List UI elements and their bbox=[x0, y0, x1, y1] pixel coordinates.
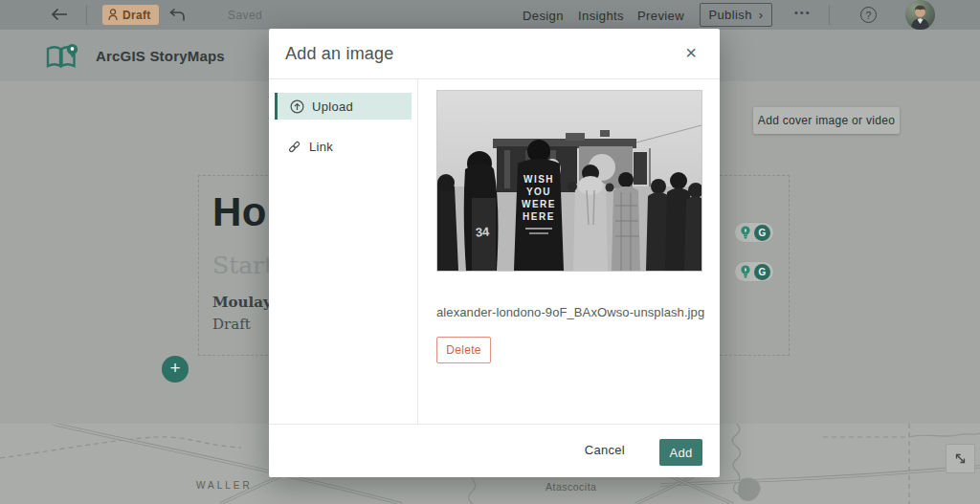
toolbar-divider bbox=[86, 5, 87, 25]
jersey-number: 34 bbox=[475, 224, 490, 239]
lightbulb-icon bbox=[739, 225, 752, 240]
add-image-dialog: Add an image × Upload Li bbox=[269, 29, 720, 477]
expand-arrows-icon bbox=[952, 450, 969, 467]
concert-photo: 34 WISH YOU WERE HERE bbox=[437, 91, 702, 271]
draft-badge-label: Draft bbox=[122, 9, 151, 22]
grammarly-widget[interactable]: G bbox=[734, 261, 774, 282]
tab-upload-label: Upload bbox=[312, 99, 353, 114]
grammarly-widget[interactable]: G bbox=[734, 222, 774, 243]
question-icon: ? bbox=[866, 10, 872, 21]
delete-button[interactable]: Delete bbox=[436, 337, 491, 363]
uploaded-image-preview: 34 WISH YOU WERE HERE bbox=[436, 90, 702, 272]
undo-icon bbox=[168, 8, 186, 22]
link-icon bbox=[287, 140, 301, 154]
map-label-waller: WALLER bbox=[196, 480, 253, 491]
grammarly-g-icon: G bbox=[754, 264, 770, 280]
cancel-button[interactable]: Cancel bbox=[585, 443, 625, 457]
publish-label: Publish bbox=[708, 8, 751, 22]
redo-icon bbox=[195, 8, 212, 22]
close-icon: × bbox=[685, 42, 697, 63]
back-button[interactable] bbox=[50, 7, 73, 23]
shirt-line-1: WISH bbox=[523, 174, 554, 185]
dialog-footer: Cancel Add bbox=[269, 424, 720, 477]
add-button[interactable]: Add bbox=[659, 439, 702, 466]
more-menu-button[interactable]: ••• bbox=[794, 7, 812, 18]
storymaps-logo-icon[interactable] bbox=[45, 43, 83, 70]
draft-status-badge: Draft bbox=[102, 5, 159, 25]
add-block-button[interactable]: + bbox=[162, 356, 189, 383]
nav-insights[interactable]: Insights bbox=[578, 9, 624, 23]
brand-name: ArcGIS StoryMaps bbox=[96, 48, 225, 64]
tab-link[interactable]: Link bbox=[269, 133, 417, 160]
nav-preview[interactable]: Preview bbox=[637, 9, 684, 23]
dialog-title: Add an image bbox=[285, 44, 393, 64]
delete-label: Delete bbox=[446, 343, 481, 357]
user-avatar[interactable] bbox=[905, 0, 935, 30]
shirt-line-4: HERE bbox=[523, 211, 555, 222]
publish-button[interactable]: Publish › bbox=[700, 3, 772, 27]
story-title[interactable]: Ho bbox=[212, 189, 267, 235]
grammarly-g-icon: G bbox=[754, 225, 770, 241]
tab-upload[interactable]: Upload bbox=[275, 93, 412, 120]
uploaded-file-name: alexander-londono-9oF_BAxOwso-unsplash.j… bbox=[436, 305, 714, 319]
lightbulb-icon bbox=[739, 264, 752, 279]
dialog-sidebar: Upload Link bbox=[269, 79, 418, 424]
builder-toolbar: Draft Saved Design Insights Preview Publ… bbox=[0, 0, 980, 30]
fullscreen-button[interactable] bbox=[946, 444, 975, 473]
person-icon bbox=[108, 9, 118, 21]
dialog-content: 34 WISH YOU WERE HERE bbox=[419, 79, 720, 424]
story-draft-label: Draft bbox=[212, 316, 251, 333]
shirt-line-3: WERE bbox=[522, 199, 556, 209]
storymaps-builder: Draft Saved Design Insights Preview Publ… bbox=[0, 0, 980, 504]
dialog-header: Add an image × bbox=[269, 29, 720, 79]
upload-cloud-icon bbox=[290, 99, 304, 114]
tab-link-label: Link bbox=[309, 140, 333, 154]
chevron-right-icon: › bbox=[759, 8, 764, 22]
save-status-text: Saved bbox=[228, 9, 262, 22]
toolbar-divider bbox=[829, 5, 830, 25]
add-cover-button[interactable]: Add cover image or video bbox=[753, 107, 900, 134]
avatar-photo bbox=[905, 0, 935, 30]
add-button-label: Add bbox=[669, 446, 692, 460]
nav-design[interactable]: Design bbox=[523, 9, 564, 23]
map-label-atascocita: Atascocita bbox=[546, 481, 596, 493]
undo-button[interactable] bbox=[168, 8, 186, 22]
help-button[interactable]: ? bbox=[860, 7, 877, 23]
shirt-line-2: YOU bbox=[526, 186, 551, 197]
back-arrow-icon bbox=[50, 7, 69, 22]
redo-button[interactable] bbox=[195, 8, 212, 22]
close-button[interactable]: × bbox=[679, 41, 702, 64]
